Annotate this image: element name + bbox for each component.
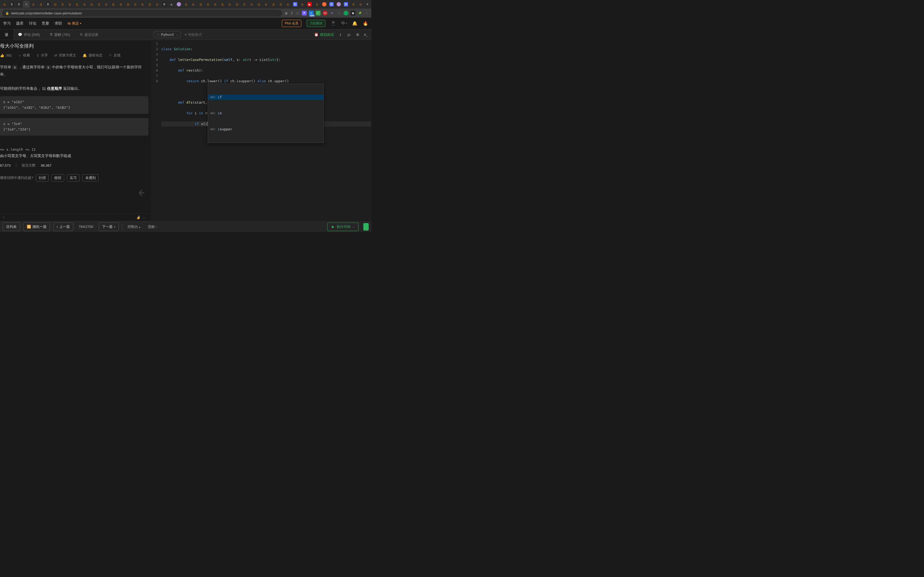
console-toggle[interactable]: 控制台 ▴ (125, 224, 142, 229)
browser-tab[interactable]: ⟨⟩ (197, 1, 204, 8)
browser-tab[interactable]: ⟨⟩ (284, 1, 291, 8)
browser-tab[interactable] (321, 1, 328, 8)
browser-tab[interactable]: ⟨⟩ (66, 1, 73, 8)
extension-icon[interactable]: ⬚ (337, 11, 341, 16)
submit-button[interactable] (363, 223, 369, 230)
mobile-icon[interactable]: 📱 (331, 21, 336, 26)
chevron-down-icon[interactable]: ⌵ (143, 215, 145, 219)
browser-tab[interactable]: ⟨⟩ (226, 1, 233, 8)
subscribe-button[interactable]: 🔔接收动态 (82, 53, 102, 58)
browser-tab[interactable]: ⟨⟩ (59, 1, 66, 8)
browser-tab[interactable]: 知 (328, 1, 335, 8)
chip-none[interactable]: 未遇到 (82, 174, 99, 182)
fire-icon[interactable]: 🔥 (363, 21, 368, 26)
nav-contest[interactable]: 竞赛 (42, 21, 49, 26)
browser-tab[interactable]: ◉ (168, 1, 175, 8)
browser-tab[interactable]: ⟨⟩ (190, 1, 197, 8)
autocomplete-item[interactable]: abc isupper (208, 127, 323, 132)
browser-tab[interactable]: 知 (292, 1, 299, 8)
close-icon[interactable]: ✕ (25, 3, 27, 6)
browser-tab[interactable]: ⟨⟩ (234, 1, 241, 8)
smart-mode-toggle[interactable]: 智能模式 (185, 32, 202, 37)
browser-tab[interactable]: D (161, 1, 168, 8)
browser-tab[interactable]: ⟨⟩ (74, 1, 81, 8)
browser-tab[interactable]: ⟨⟩ (147, 1, 153, 8)
autocomplete-item[interactable]: abc if (208, 95, 323, 100)
browser-tab[interactable]: ⟨⟩ (313, 1, 320, 8)
extension-icon[interactable]: ▦ (351, 11, 355, 16)
next-button[interactable]: 下一题› (99, 222, 119, 231)
browser-tab[interactable]: D (16, 1, 22, 8)
language-select[interactable]: ◌ Python3 (154, 31, 181, 38)
browser-tab[interactable]: ⟨⟩ (350, 1, 357, 8)
browser-tab[interactable]: ⟨⟩ (30, 1, 37, 8)
problem-list-button[interactable]: 目列表 (3, 222, 20, 231)
extension-icon[interactable]: ⚑ (302, 11, 307, 16)
contribute-link[interactable]: 贡献 i (146, 224, 159, 229)
extension-icon[interactable]: Ψ (330, 11, 334, 16)
browser-tab[interactable]: D (8, 1, 15, 8)
browser-tab[interactable]: ⟨⟩ (241, 1, 247, 8)
chip-intern[interactable]: 实习 (67, 174, 80, 182)
browser-tab[interactable]: ⟨⟩ (154, 1, 160, 8)
puzzle-icon[interactable]: 🧩 (357, 11, 362, 16)
terminal-icon[interactable]: >_ (364, 32, 368, 37)
browser-tab[interactable]: 知 (343, 1, 349, 8)
comment-input[interactable]: i (3, 215, 4, 219)
share-button[interactable]: ⇪分享 (36, 53, 48, 58)
like-button[interactable]: 👍392 (0, 53, 12, 57)
browser-tab[interactable]: ⟨⟩ (277, 1, 284, 8)
browser-tab[interactable]: ⟨⟩ (1, 1, 8, 8)
browser-tab[interactable]: ⟨⟩ (95, 1, 102, 8)
browser-tab[interactable]: ⟨⟩ (219, 1, 226, 8)
browser-tab[interactable]: ⟨⟩ (255, 1, 262, 8)
star-icon[interactable]: ☆ (296, 11, 299, 15)
browser-tab[interactable]: ⟨⟩ (270, 1, 277, 8)
play-icon[interactable]: ▷ (347, 32, 351, 37)
browser-tab[interactable]: ⟨⟩ (52, 1, 58, 8)
tab-submissions[interactable]: ↻提交记录 (75, 29, 103, 40)
browser-tab[interactable] (176, 1, 183, 8)
zoom-icon[interactable]: ⊕ (285, 11, 288, 15)
share-icon[interactable]: ⇧ (290, 11, 293, 15)
autocomplete-item[interactable]: abc in (208, 111, 323, 116)
nav-store[interactable]: 🛍 商店 ▾ (67, 21, 81, 26)
browser-tab[interactable] (336, 1, 342, 8)
browser-tab-active[interactable]: ✕ (23, 1, 30, 8)
info-icon[interactable]: i (338, 32, 342, 37)
code-body[interactable]: class Solution: def letterCasePermutatio… (161, 40, 372, 221)
menu-icon[interactable]: ≡ (364, 11, 369, 16)
new-tab-button[interactable]: + (364, 2, 370, 7)
tab-solutions[interactable]: ⚗题解 (791) (45, 29, 75, 40)
prev-button[interactable]: ‹上一题 (53, 222, 73, 231)
browser-tab[interactable]: ⟨⟩ (132, 1, 139, 8)
nav-problems[interactable]: 题库 (16, 21, 24, 26)
browser-tab[interactable]: ⟨⟩ (299, 1, 306, 8)
splitter[interactable]: ··· (149, 40, 150, 221)
favorite-button[interactable]: ☆收藏 (18, 53, 30, 58)
extension-icon[interactable]: AD (323, 11, 328, 16)
switch-language-button[interactable]: ⇄切换为英文 (54, 53, 76, 58)
tab-description[interactable]: 述 (0, 29, 13, 40)
browser-tab[interactable]: ⟨⟩ (88, 1, 95, 8)
random-button[interactable]: 🔀随机一题 (23, 222, 50, 231)
bell-icon[interactable]: 🔔 (352, 21, 357, 26)
tab-comments[interactable]: 💬评论 (545) (13, 29, 45, 40)
browser-tab[interactable]: ▶ (306, 1, 313, 8)
browser-tab[interactable]: ⟨⟩ (81, 1, 88, 8)
chip-social[interactable]: 社招 (36, 174, 48, 182)
mock-interview-link[interactable]: ⏰ 模拟面试 (314, 32, 334, 37)
nav-discuss[interactable]: 讨论 (29, 21, 36, 26)
browser-tab[interactable]: ⟨⟩ (263, 1, 270, 8)
nav-study[interactable]: 学习 (3, 21, 11, 26)
browser-tab[interactable]: ⟨⟩ (124, 1, 131, 8)
extension-icon[interactable]: G4085 (309, 11, 313, 16)
url-field[interactable]: 🔒 leetcode.cn/problems/letter-case-permu… (2, 10, 282, 16)
browser-tab[interactable]: ⟨⟩ (139, 1, 146, 8)
browser-tab[interactable]: ⟨⟩ (212, 1, 218, 8)
language-toggle[interactable]: 中▾ (341, 21, 347, 26)
feedback-button[interactable]: ⚐反馈 (109, 53, 121, 58)
reset-icon[interactable]: ↻ (355, 32, 360, 37)
plus-button[interactable]: Plus 会员 (282, 20, 301, 27)
code-editor[interactable]: 12345678 class Solution: def letterCaseP… (150, 40, 372, 221)
